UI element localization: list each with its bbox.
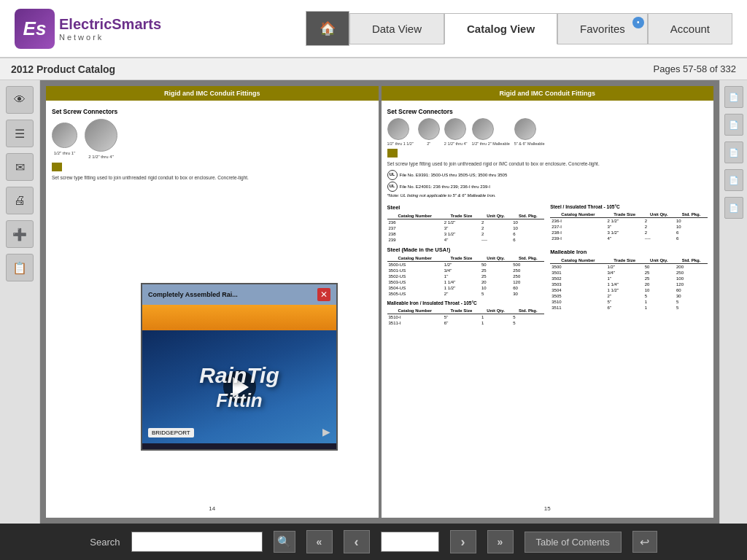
- page-left-section: Set Screw Connectors: [52, 108, 373, 115]
- steel-table: Catalog NumberTrade SizeUnit Qty.Std. Pk…: [387, 213, 545, 243]
- page-right-number: 15: [382, 502, 714, 515]
- table-row: 3504-US1 1/2"1060: [387, 285, 545, 291]
- table-row: 3500-US1/2"50500: [387, 262, 545, 268]
- tab-catalog-view[interactable]: Catalog View: [444, 13, 557, 44]
- sidebar-print-btn[interactable]: 🖨: [6, 187, 34, 214]
- made-usa-table: Catalog NumberTrade SizeUnit Qty.Std. Pk…: [387, 255, 545, 297]
- table-row: 35001/2"50200: [550, 264, 708, 271]
- page-left-images: 1/2" thru 1" 2 1/2" thru 4": [52, 119, 373, 159]
- main-area: 👁 ☰ ✉ 🖨 ➕ 📋 Rigid and IMC Conduit Fittin…: [0, 80, 747, 524]
- table-row: 3511-I6"15: [387, 320, 545, 326]
- right-sidebar: 📄 📄 📄 📄 📄: [719, 80, 747, 524]
- video-logo: BRIDGEPORT: [148, 428, 194, 438]
- search-button[interactable]: 🔍: [274, 531, 295, 553]
- search-input[interactable]: [131, 532, 263, 552]
- table-row: 35116"15: [550, 305, 708, 311]
- table-row: 3502-US1"25250: [387, 273, 545, 279]
- page-right-header: Rigid and IMC Conduit Fittings: [382, 86, 714, 101]
- steel-insulated-table: Catalog NumberTrade SizeUnit Qty.Std. Pk…: [550, 211, 708, 241]
- tab-data-view[interactable]: Data View: [349, 13, 444, 44]
- video-next-arrow[interactable]: ▶: [322, 426, 330, 438]
- right-btn-1[interactable]: 📄: [724, 86, 743, 108]
- breadcrumb-bar: 2012 Product Catalog Pages 57-58 of 332: [0, 58, 747, 80]
- video-banner: [142, 305, 336, 330]
- logo-es-icon: Es: [23, 18, 47, 40]
- search-icon: 🔍: [277, 535, 291, 548]
- file-info-1: ULFile No. E9391: 3500-US thru 3505-US; …: [387, 170, 708, 180]
- table-row: 2373"210: [387, 225, 545, 231]
- table-row: 2383 1/2"26: [387, 231, 545, 237]
- right-btn-5[interactable]: 📄: [724, 197, 743, 219]
- prev-button[interactable]: ‹: [344, 530, 370, 553]
- table-row: 239-I4"----6: [550, 236, 708, 241]
- right-btn-3[interactable]: 📄: [724, 141, 743, 163]
- table-row: 3505-US2"530: [387, 291, 545, 297]
- favorites-badge: •: [632, 17, 644, 28]
- bottom-toolbar: Search 🔍 « ‹ › » Table of Contents ↩: [0, 524, 747, 560]
- catalog-title: 2012 Product Catalog: [11, 63, 115, 75]
- malleable-insulated-title: Malleable Iron / Insulated Throat - 105°…: [387, 300, 545, 306]
- sidebar-clipboard-btn[interactable]: 📋: [6, 254, 34, 281]
- table-row: 2362 1/2"210: [387, 219, 545, 226]
- page-number-input[interactable]: [381, 532, 439, 552]
- page-right: Rigid and IMC Conduit Fittings Set Screw…: [382, 86, 714, 518]
- file-info-2: ULFile No. E24001: 236 thru 239; 236-I t…: [387, 182, 708, 192]
- logo-electric: ElectricSmarts: [59, 16, 161, 33]
- video-text: RainTigFittin: [199, 363, 279, 411]
- logo: Es ElectricSmarts Network: [0, 1, 219, 56]
- video-player[interactable]: RainTigFittin BRIDGEPORT ▶: [142, 330, 336, 443]
- made-usa-title: Steel (Made in the USA!): [387, 246, 545, 253]
- page-right-section: Set Screw Connectors: [387, 108, 708, 115]
- table-row: 35052"530: [550, 293, 708, 299]
- next-next-button[interactable]: »: [487, 530, 514, 553]
- steel-title: Steel: [387, 204, 545, 211]
- table-row: 3510-I5"15: [387, 314, 545, 321]
- back-button[interactable]: ↩: [632, 531, 657, 553]
- logo-network: Network: [59, 33, 161, 42]
- video-overlay: Completely Assembled Rai... ✕ RainTigFit…: [141, 283, 338, 451]
- table-row: 237-I3"210: [550, 224, 708, 230]
- back-icon: ↩: [640, 535, 649, 549]
- table-row: 35031 1/4"20120: [550, 281, 708, 287]
- page-info: Pages 57-58 of 332: [654, 63, 736, 74]
- table-row: 35021"25100: [550, 276, 708, 281]
- sidebar-add-btn[interactable]: ➕: [6, 220, 34, 248]
- right-btn-2[interactable]: 📄: [724, 114, 743, 136]
- table-row: 35013/4"25250: [550, 270, 708, 276]
- page-left-header: Rigid and IMC Conduit Fittings: [46, 86, 379, 101]
- note: *Note: UL listing not applicable to 5" &…: [387, 193, 708, 198]
- video-title: Completely Assembled Rai...: [148, 291, 238, 298]
- tab-home[interactable]: 🏠: [306, 11, 349, 46]
- search-label: Search: [90, 537, 120, 548]
- table-row: 3501-US3/4"25250: [387, 268, 545, 273]
- page-right-desc: Set screw type fitting used to join unth…: [387, 160, 708, 167]
- tab-favorites[interactable]: Favorites •: [557, 13, 648, 44]
- table-row: 238-I3 1/2"26: [550, 230, 708, 236]
- malleable-insulated-table: Catalog NumberTrade SizeUnit Qty.Std. Pk…: [387, 308, 545, 326]
- table-of-contents-button[interactable]: Table of Contents: [525, 532, 622, 553]
- table-row: 35105"15: [550, 299, 708, 305]
- prev-prev-button[interactable]: «: [306, 530, 333, 553]
- table-row: 236-I2 1/2"210: [550, 218, 708, 225]
- sidebar-mail-btn[interactable]: ✉: [6, 153, 34, 181]
- table-row: 3503-US1 1/4"20120: [387, 279, 545, 285]
- sidebar-list-btn[interactable]: ☰: [6, 120, 34, 147]
- malleable-title: Malleable Iron: [550, 249, 708, 255]
- tab-account[interactable]: Account: [648, 13, 732, 44]
- next-button[interactable]: ›: [450, 530, 476, 553]
- sidebar-view-btn[interactable]: 👁: [6, 86, 34, 114]
- malleable-table: Catalog NumberTrade SizeUnit Qty.Std. Pk…: [550, 257, 708, 311]
- page-left: Rigid and IMC Conduit Fittings Set Screw…: [46, 86, 379, 518]
- video-close-button[interactable]: ✕: [317, 288, 330, 301]
- page-right-images: 1/2" thru 1 1/2" 2" 2 1/2" thru 4" 1/2" …: [387, 118, 708, 146]
- video-title-bar: Completely Assembled Rai... ✕: [142, 284, 336, 305]
- steel-insulated-title: Steel / Insulated Throat - 105°C: [550, 204, 708, 209]
- page-left-desc: Set screw type fitting used to join unth…: [52, 174, 373, 181]
- page-left-number: 14: [46, 502, 379, 515]
- left-sidebar: 👁 ☰ ✉ 🖨 ➕ 📋: [0, 80, 40, 524]
- table-row: 2394"----6: [387, 237, 545, 243]
- app-header: Es ElectricSmarts Network 🏠 Data View Ca…: [0, 0, 747, 58]
- right-btn-4[interactable]: 📄: [724, 169, 743, 191]
- table-row: 35041 1/2"1060: [550, 287, 708, 293]
- catalog-area: Rigid and IMC Conduit Fittings Set Screw…: [40, 80, 719, 524]
